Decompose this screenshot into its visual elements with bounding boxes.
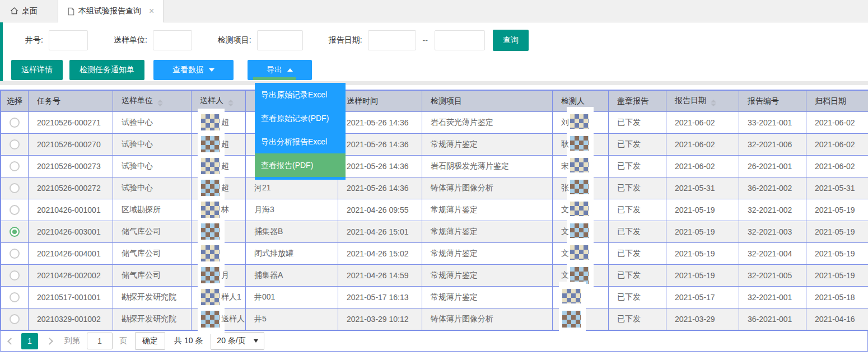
header-report-date[interactable]: 报告日期 [666, 91, 739, 112]
sort-icon[interactable] [228, 100, 234, 106]
report-no-cell: 32-2021-003 [739, 221, 806, 243]
sample-unit-cell: 储气库公司 [113, 265, 192, 287]
menu-item-view-report-pdf[interactable]: 查看报告(PDF) [255, 153, 346, 177]
sender-visible-text: 林 [221, 205, 229, 214]
well-no-input[interactable] [49, 30, 88, 50]
table-row: 20210329-001002 勘探开发研究院 送样人 井5 2021-03-2… [1, 308, 868, 330]
test-item-cell: 铸体薄片图像分析 [422, 308, 553, 330]
sample-unit-input[interactable] [153, 30, 192, 50]
per-page-select[interactable]: 20 条/页 [211, 332, 264, 350]
well-no-cell: 捕集器B [246, 221, 338, 243]
sort-icon[interactable] [711, 100, 716, 106]
close-tab-icon[interactable]: × [149, 7, 154, 16]
redacted-sender-name [200, 267, 221, 284]
row-select-radio[interactable] [10, 205, 20, 215]
total-count-label: 共 10 条 [174, 336, 203, 346]
header-report-date-label: 报告日期 [675, 96, 706, 105]
report-date-from-input[interactable] [368, 30, 416, 50]
sample-unit-cell: 储气库公司 [113, 221, 192, 243]
report-no-cell: 32-2021-005 [739, 265, 806, 287]
table-row: 20210526-000271 试验中心 超 2021-05-26 14:36 … [1, 112, 868, 134]
report-date-cell: 2021-05-19 [666, 221, 739, 243]
test-item-cell: 岩石阴极发光薄片鉴定 [422, 156, 553, 177]
tester-cell [553, 308, 609, 330]
report-no-cell: 32-2021-002 [739, 199, 806, 221]
report-date-to-input[interactable] [435, 30, 485, 50]
seal-status-cell: 已下发 [609, 156, 666, 177]
row-select-radio[interactable] [10, 183, 20, 193]
seal-status-cell: 已下发 [609, 177, 666, 199]
redacted-tester-name [561, 311, 582, 328]
task-no-cell: 20210517-001001 [29, 287, 113, 308]
well-no-cell: 捕集器A [246, 265, 338, 287]
seal-status-cell: 已下发 [609, 308, 666, 330]
sample-time-cell: 2021-03-29 10:12 [338, 308, 422, 330]
archive-date-cell: 2021-06-02 [806, 134, 868, 156]
table-row: 20210517-001001 勘探开发研究院 样人1 井001 2021-05… [1, 287, 868, 308]
tab-desktop[interactable]: 桌面 [0, 0, 48, 22]
test-item-cell: 铸体薄片图像分析 [422, 177, 553, 199]
report-table: 选择 任务号 送样单位 送样人 送样时间 检测项目 检测人 盖章报告 报告日期 … [0, 90, 868, 352]
view-data-button[interactable]: 查看数据 [153, 60, 234, 80]
table-row: 20210526-000273 试验中心 超 2021-05-26 14:36 … [1, 156, 868, 177]
report-date-cell: 2021-05-19 [666, 265, 739, 287]
report-table-body: 20210526-000271 试验中心 超 2021-05-26 14:36 … [1, 112, 868, 330]
archive-date-cell: 2021-05-18 [806, 287, 868, 308]
row-select-radio[interactable] [10, 139, 20, 149]
menu-item-export-analysis-excel[interactable]: 导出分析报告Excel [255, 130, 346, 153]
test-item-cell: 常规薄片鉴定 [422, 134, 553, 156]
export-button[interactable]: 导出 [248, 60, 312, 80]
select-caret-icon [254, 339, 258, 343]
prev-page-icon[interactable] [7, 338, 15, 345]
row-select-radio[interactable] [10, 118, 20, 128]
seal-status-cell: 已下发 [609, 112, 666, 134]
page-number-button[interactable]: 1 [21, 333, 38, 349]
menu-item-view-raw-pdf[interactable]: 查看原始记录(PDF) [255, 106, 346, 130]
report-no-cell: 32-2021-004 [739, 243, 806, 265]
sample-time-cell: 2021-05-26 14:36 [338, 177, 422, 199]
archive-date-cell: 2021-05-19 [806, 265, 868, 287]
test-item-cell: 常规薄片鉴定 [422, 243, 553, 265]
header-sample-unit[interactable]: 送样单位 [113, 91, 192, 112]
goto-page-input[interactable] [87, 333, 113, 349]
archive-date-cell: 2021-05-19 [806, 199, 868, 221]
row-select-radio[interactable] [10, 227, 20, 237]
caret-up-icon [287, 68, 293, 72]
next-page-icon[interactable] [46, 338, 53, 345]
task-no-cell: 20210526-000272 [29, 177, 113, 199]
report-date-cell: 2021-05-31 [666, 177, 739, 199]
view-data-label: 查看数据 [172, 65, 204, 75]
confirm-button[interactable]: 确定 [135, 332, 165, 350]
archive-date-cell: 2021-06-02 [806, 112, 868, 134]
row-select-radio[interactable] [10, 270, 20, 280]
menu-item-export-raw-excel[interactable]: 导出原始记录Excel [255, 83, 346, 106]
search-button[interactable]: 查询 [493, 30, 529, 51]
date-range-separator: -- [423, 36, 428, 45]
table-row: 20210426-003001 储气库公司 捕集器B 2021-04-26 15… [1, 221, 868, 243]
row-select-radio[interactable] [10, 161, 20, 171]
table-row: 20210426-002002 储气库公司 月 捕集器A 2021-04-26 … [1, 265, 868, 287]
row-select-radio[interactable] [10, 314, 20, 324]
well-no-cell: 闭式排放罐 [246, 243, 338, 265]
sort-icon[interactable] [157, 100, 163, 106]
file-icon [67, 7, 75, 16]
spacer [0, 85, 868, 90]
toolbar: 送样详情 检测任务通知单 查看数据 导出 [0, 58, 868, 81]
tester-visible-text: 文 [561, 205, 569, 214]
tab-report-query[interactable]: 本组试验报告查询 × [58, 0, 164, 22]
tester-visible-text: 宋 [561, 161, 569, 170]
row-select-radio[interactable] [10, 249, 20, 259]
row-select-radio[interactable] [10, 292, 20, 302]
task-notice-button[interactable]: 检测任务通知单 [69, 60, 144, 80]
report-date-cell: 2021-06-02 [666, 156, 739, 177]
sample-time-cell: 2021-05-26 14:36 [338, 112, 422, 134]
table-row: 20210426-001001 区域勘探所 林 月海3 2021-04-26 0… [1, 199, 868, 221]
well-no-cell: 河21 [246, 177, 338, 199]
task-no-cell: 20210526-000273 [29, 156, 113, 177]
caret-down-icon [209, 68, 214, 72]
archive-date-cell: 2021-04-16 [806, 308, 868, 330]
sample-detail-button[interactable]: 送样详情 [11, 60, 63, 80]
task-no-cell: 20210526-000271 [29, 112, 113, 134]
sender-visible-text: 超 [221, 118, 229, 127]
test-item-input[interactable] [257, 30, 303, 50]
